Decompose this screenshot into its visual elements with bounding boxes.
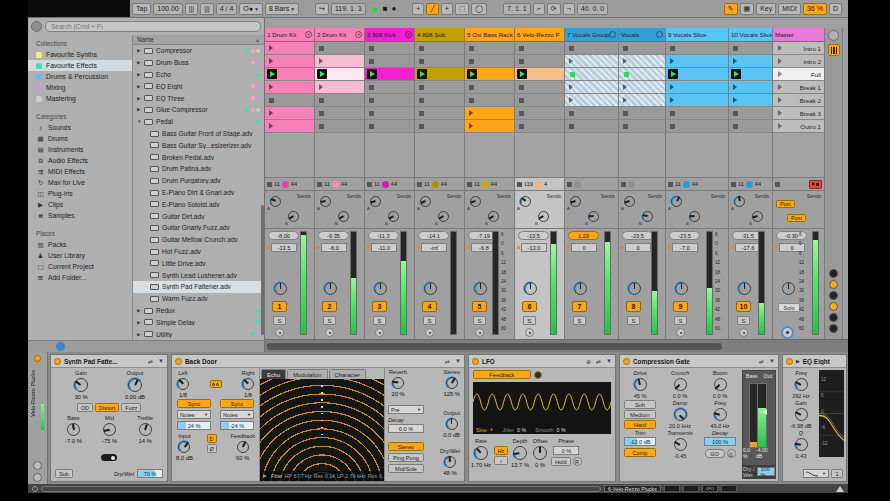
- send-b-knob[interactable]: [537, 210, 550, 223]
- smooth-value[interactable]: 0 %: [556, 427, 565, 433]
- collection-item[interactable]: Mixing: [28, 82, 132, 93]
- fold-track-icon[interactable]: ▼: [355, 31, 362, 38]
- solo-button[interactable]: S: [674, 316, 687, 325]
- pan-knob[interactable]: [523, 281, 538, 296]
- arm-monitor-button[interactable]: [739, 328, 748, 337]
- ping-pong-mode-button[interactable]: Ping Pong: [388, 453, 424, 462]
- disclosure-triangle-icon[interactable]: ▶: [137, 107, 144, 112]
- clip-slot[interactable]: [365, 68, 414, 81]
- browser-file-row[interactable]: ▶Compressor: [133, 45, 264, 57]
- gain-knob[interactable]: [794, 407, 809, 422]
- hotswap-icon[interactable]: ⇄: [148, 358, 153, 365]
- pan-knob[interactable]: [627, 281, 642, 296]
- pan-knob[interactable]: [781, 281, 796, 296]
- echo-output-knob[interactable]: [445, 417, 459, 431]
- playing-clip-button[interactable]: [267, 69, 277, 79]
- dry-wet-field[interactable]: 100 %: [757, 467, 775, 476]
- hp-res-value[interactable]: 0.14: [325, 473, 335, 479]
- playing-clip-button[interactable]: [731, 69, 741, 79]
- pan-knob[interactable]: [573, 281, 588, 296]
- clip-slot[interactable]: [465, 55, 514, 68]
- playing-clip-button[interactable]: [517, 69, 527, 79]
- phase-field[interactable]: 0 %: [553, 446, 579, 455]
- clip-slot[interactable]: [515, 42, 564, 55]
- sidebar-item-current-project[interactable]: ▢Current Project: [28, 261, 132, 272]
- browser-file-row[interactable]: Warm Fuzz.adv: [133, 293, 264, 305]
- loop-length-field[interactable]: 40. 0. 0: [577, 3, 608, 15]
- track-activator-button[interactable]: 3: [372, 301, 387, 312]
- volume-field[interactable]: 0: [625, 243, 651, 252]
- mixer-view-toggle-button[interactable]: [828, 44, 840, 56]
- sidebar-item-midi-effects[interactable]: ⇶MIDI Effects: [28, 166, 132, 177]
- clip-stop-icon[interactable]: [417, 182, 422, 187]
- boom-knob[interactable]: [713, 377, 728, 392]
- groove-amount-selector[interactable]: O●▼: [239, 3, 263, 15]
- sub-button[interactable]: Sub: [55, 469, 73, 478]
- browser-file-row[interactable]: Guitar Gnarly Fuzz.adv: [133, 222, 264, 234]
- disclosure-triangle-icon[interactable]: ▶: [137, 84, 144, 89]
- automation-arm-button[interactable]: ╱: [426, 3, 438, 15]
- clip-slot[interactable]: [315, 68, 364, 81]
- pan-knob[interactable]: [737, 281, 752, 296]
- clip-slot[interactable]: [565, 42, 618, 55]
- save-preset-icon[interactable]: ▼: [606, 358, 612, 364]
- browser-file-row[interactable]: Guitar Dirt.adv: [133, 210, 264, 222]
- search-input[interactable]: [45, 21, 261, 32]
- quantization-selector[interactable]: 8 Bars▼: [265, 3, 299, 15]
- clip-stop-icon[interactable]: [668, 182, 673, 187]
- clip-slot[interactable]: [415, 120, 464, 133]
- peak-level-field[interactable]: -9.35: [318, 231, 349, 240]
- scene-slot[interactable]: Break 2: [773, 94, 824, 107]
- solo-button[interactable]: S: [523, 316, 536, 325]
- sidebar-item-plug-ins[interactable]: ◫Plug-ins: [28, 188, 132, 199]
- clip-slot[interactable]: [729, 107, 772, 120]
- sidebar-item-clips[interactable]: ▶Clips: [28, 199, 132, 210]
- sidebar-item-packs[interactable]: ▥Packs: [28, 239, 132, 250]
- left-sync-mode-select[interactable]: Notes▼: [177, 410, 211, 419]
- arrangement-overview[interactable]: [41, 486, 601, 492]
- tab-echo[interactable]: Echo: [261, 369, 286, 379]
- reverb-knob[interactable]: [391, 376, 405, 390]
- sidebar-item-user-library[interactable]: ♟User Library: [28, 250, 132, 261]
- browser-file-row[interactable]: ▶EQ Eight: [133, 80, 264, 92]
- playing-clip-button[interactable]: [317, 69, 327, 79]
- pedal-title-bar[interactable]: Synth Pad Fatte... ⇄ ▼: [51, 355, 167, 368]
- clip-slot[interactable]: [415, 81, 464, 94]
- clip-slot[interactable]: [565, 68, 618, 81]
- track-header[interactable]: 2 Drum Kit▼: [315, 28, 364, 42]
- arm-monitor-button[interactable]: [525, 328, 534, 337]
- volume-field[interactable]: -6.0: [321, 243, 347, 252]
- echo-tunnel-display[interactable]: Filter HP 67.7 Hz Res 0.14 LP 2.79 kHz R…: [260, 379, 384, 481]
- loop-start-field[interactable]: 7. 1. 1: [503, 3, 530, 15]
- right-delay-knob[interactable]: [241, 377, 255, 391]
- preview-cue-button[interactable]: [781, 326, 794, 339]
- horizontal-scrollbar[interactable]: [265, 339, 848, 352]
- mid-knob[interactable]: [102, 422, 117, 437]
- scene-slot[interactable]: Full: [773, 68, 824, 81]
- playing-clip-button[interactable]: [467, 69, 477, 79]
- clip-stop-icon[interactable]: [467, 182, 472, 187]
- clip-slot[interactable]: [365, 42, 414, 55]
- peak-level-field[interactable]: -23.5: [669, 231, 700, 240]
- sidebar-item-samples[interactable]: ≣Samples: [28, 210, 132, 221]
- track-activator-button[interactable]: 6: [522, 301, 537, 312]
- send-b-knob[interactable]: [487, 210, 500, 223]
- browser-file-row[interactable]: Synth Lead Lushener.adv: [133, 269, 264, 281]
- clip-slot[interactable]: [465, 68, 514, 81]
- volume-field[interactable]: -11.0: [371, 243, 397, 252]
- browser-file-row[interactable]: ▼Pedal: [133, 116, 264, 128]
- gain-knob[interactable]: [73, 377, 89, 393]
- arm-monitor-button[interactable]: [325, 328, 334, 337]
- mid-frequency-switch[interactable]: [101, 454, 117, 461]
- distort-mode-button[interactable]: Distort: [95, 403, 119, 412]
- right-sync-button[interactable]: Sync: [220, 399, 254, 408]
- left-offset-field[interactable]: 24 %: [177, 421, 211, 430]
- stereo-mode-button[interactable]: Stereo: [388, 442, 424, 451]
- selected-track-chip[interactable]: 6-Velo-Rezzo Plucks: [604, 485, 661, 492]
- peak-level-field[interactable]: -14.1: [418, 231, 449, 240]
- mixer-section-toggle-button[interactable]: [829, 313, 838, 322]
- device-on-icon[interactable]: [472, 358, 479, 365]
- track-header[interactable]: 9 Vocals Slice: [666, 28, 728, 42]
- volume-field[interactable]: -inf: [421, 243, 447, 252]
- browser-file-row[interactable]: ▶Echo: [133, 69, 264, 81]
